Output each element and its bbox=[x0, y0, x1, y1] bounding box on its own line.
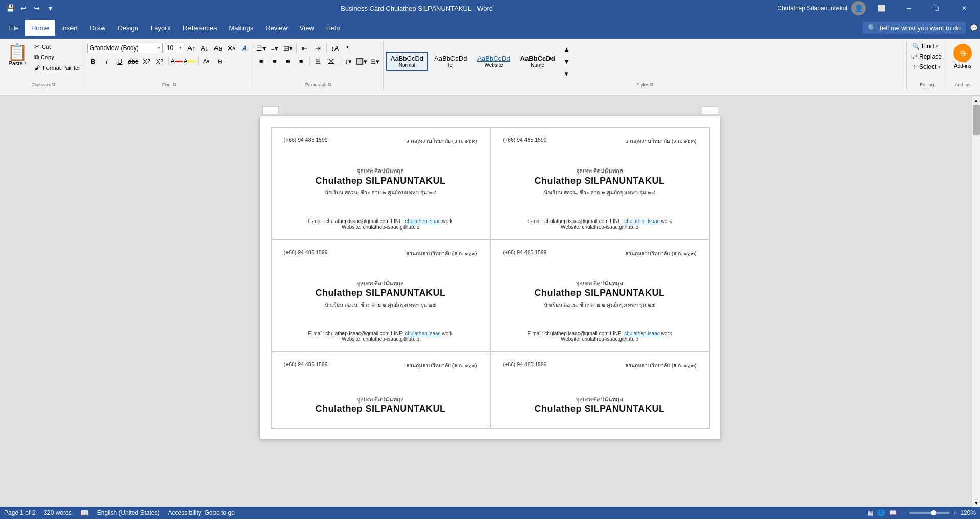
select-button[interactable]: ⊹ Select ▾ bbox=[909, 62, 945, 71]
sort-button[interactable]: ↕A bbox=[329, 42, 341, 54]
zoom-out-button[interactable]: － bbox=[901, 509, 907, 517]
paste-dropdown-arrow[interactable]: ▾ bbox=[24, 61, 27, 66]
zoom-slider[interactable] bbox=[909, 512, 950, 514]
avatar[interactable]: 👤 bbox=[851, 1, 866, 15]
paragraph-expand-icon[interactable]: ⧉ bbox=[328, 82, 331, 87]
customize-button[interactable]: ▾ bbox=[44, 2, 56, 14]
menu-references[interactable]: References bbox=[177, 20, 223, 36]
menu-help[interactable]: Help bbox=[320, 20, 346, 36]
restore-button[interactable]: ◻ bbox=[925, 0, 948, 16]
read-mode-button[interactable]: 📖 bbox=[889, 509, 897, 516]
styles-scroll-up[interactable]: ▲ bbox=[561, 43, 573, 55]
search-box[interactable]: 🔍 Tell me what you want to do bbox=[863, 22, 966, 34]
menu-layout[interactable]: Layout bbox=[145, 20, 177, 36]
text-effects-button[interactable]: A bbox=[238, 42, 251, 54]
scroll-down-button[interactable]: ▼ bbox=[972, 499, 980, 507]
menu-home[interactable]: Home bbox=[25, 20, 55, 36]
columns-button[interactable]: ⊞ bbox=[312, 55, 324, 67]
undo-button[interactable]: ↩ bbox=[17, 2, 30, 14]
zoom-level[interactable]: 120% bbox=[960, 509, 976, 516]
clipboard-expand-icon[interactable]: ⧉ bbox=[52, 82, 55, 87]
borders-button[interactable]: ⊞ bbox=[214, 55, 226, 67]
print-layout-button[interactable]: ▦ bbox=[868, 509, 873, 516]
menu-review[interactable]: Review bbox=[259, 20, 294, 36]
menu-design[interactable]: Design bbox=[112, 20, 145, 36]
change-case-button[interactable]: Aa bbox=[212, 42, 224, 54]
increase-indent-button[interactable]: ⇥ bbox=[312, 42, 324, 54]
card-5-top-row: (+66) 94 485 1599 สวนกุหลาบวิทยาลัย (ส.ก… bbox=[284, 361, 477, 370]
read-mode-icon[interactable]: 📖 bbox=[80, 509, 89, 517]
text-shading-button[interactable]: A▾ bbox=[201, 55, 213, 67]
page-info: Page 1 of 2 bbox=[4, 509, 35, 516]
zoom-in-button[interactable]: ＋ bbox=[952, 509, 958, 517]
card-1-line-link[interactable]: chulathep.isaac bbox=[405, 218, 441, 224]
highlight-color-button[interactable]: A bbox=[184, 55, 196, 67]
multilevel-button[interactable]: ⊞▾ bbox=[282, 42, 294, 54]
increase-font-button[interactable]: A↑ bbox=[185, 42, 198, 54]
style-website[interactable]: AaBbCcDd Website bbox=[472, 52, 514, 70]
language-info[interactable]: English (United States) bbox=[97, 509, 160, 516]
web-layout-button[interactable]: 🌐 bbox=[877, 509, 885, 516]
style-normal[interactable]: AaBbCcDd Normal bbox=[386, 52, 428, 71]
clear-format-button[interactable]: ✕A bbox=[225, 42, 237, 54]
card-4-top-row: (+66) 94 485 1599 สวนกุหลาบวิทยาลัย (ส.ก… bbox=[503, 249, 697, 258]
decrease-font-button[interactable]: A↓ bbox=[199, 42, 211, 54]
menu-insert[interactable]: Insert bbox=[55, 20, 84, 36]
vertical-scrollbar[interactable]: ▲ ▼ bbox=[972, 96, 980, 507]
card-3-line-link[interactable]: chulathep.isaac bbox=[405, 331, 441, 336]
numbering-button[interactable]: ≡▾ bbox=[269, 42, 281, 54]
card-2-contact-line2: Website: chulathep-isaac.github.io bbox=[503, 224, 697, 230]
comments-button[interactable]: 💬 bbox=[970, 24, 978, 32]
paste-button[interactable]: 📋 Paste ▾ bbox=[4, 42, 31, 68]
accessibility-info[interactable]: Accessibility: Good to go bbox=[168, 509, 235, 516]
line-spacing-button[interactable]: ↕▾ bbox=[342, 55, 354, 67]
menu-mailings[interactable]: Mailings bbox=[223, 20, 260, 36]
minimize-button[interactable]: ─ bbox=[897, 0, 921, 16]
scroll-thumb[interactable] bbox=[973, 105, 980, 135]
align-right-button[interactable]: ≡ bbox=[282, 55, 294, 67]
menu-file[interactable]: File bbox=[2, 20, 25, 36]
ribbon-display-button[interactable]: ⬜ bbox=[870, 0, 893, 16]
font-size-box[interactable]: 10 ▾ bbox=[164, 43, 184, 53]
subscript-button[interactable]: X2 bbox=[140, 55, 153, 67]
save-button[interactable]: 💾 bbox=[4, 2, 16, 14]
italic-button[interactable]: I bbox=[101, 55, 113, 67]
redo-button[interactable]: ↪ bbox=[31, 2, 43, 14]
align-left-button[interactable]: ≡ bbox=[255, 55, 268, 67]
format-painter-button[interactable]: 🖌 Format Painter bbox=[32, 63, 83, 72]
addins-button[interactable]: ⊕ Add-ins bbox=[949, 42, 976, 71]
bold-button[interactable]: B bbox=[87, 55, 100, 67]
copy-button[interactable]: ⧉ Copy bbox=[32, 52, 83, 62]
bullets-button[interactable]: ☰▾ bbox=[255, 42, 268, 54]
style-tel[interactable]: AaBbCcDd Tel bbox=[429, 52, 471, 70]
styles-expand-icon[interactable]: ⧉ bbox=[650, 82, 653, 87]
shading-button[interactable]: 🔲▾ bbox=[355, 55, 368, 67]
border-button[interactable]: ⊟▾ bbox=[369, 55, 381, 67]
styles-scroll-down[interactable]: ▼ bbox=[561, 55, 573, 67]
card-4-line-link[interactable]: chulathep.isaac bbox=[624, 331, 660, 336]
find-button[interactable]: 🔍 Find ▾ bbox=[909, 42, 945, 51]
align-center-button[interactable]: ≡ bbox=[269, 55, 281, 67]
strikethrough-button[interactable]: abc bbox=[127, 55, 139, 67]
replace-button[interactable]: ⇄ Replace bbox=[909, 52, 945, 61]
card-2-line-link[interactable]: chulathep.isaac bbox=[624, 218, 660, 224]
font-expand-icon[interactable]: ⧉ bbox=[173, 82, 176, 87]
close-button[interactable]: ✕ bbox=[952, 0, 976, 16]
show-formatting-button[interactable]: ¶ bbox=[342, 42, 354, 54]
scroll-up-button[interactable]: ▲ bbox=[972, 96, 980, 104]
clipboard-content: 📋 Paste ▾ ✂ Cut ⧉ Copy bbox=[4, 42, 83, 81]
justify-button[interactable]: ≡ bbox=[295, 55, 307, 67]
menu-draw[interactable]: Draw bbox=[84, 20, 111, 36]
font-size-dropdown-arrow: ▾ bbox=[179, 45, 182, 51]
page-break-button[interactable]: ⌧ bbox=[325, 55, 338, 67]
cut-button[interactable]: ✂ Cut bbox=[32, 42, 83, 52]
superscript-button[interactable]: X2 bbox=[154, 55, 166, 67]
menu-view[interactable]: View bbox=[294, 20, 320, 36]
underline-button[interactable]: U bbox=[114, 55, 126, 67]
font-color-button[interactable]: A bbox=[171, 55, 183, 67]
style-name[interactable]: AaBbCcDd Name bbox=[516, 52, 560, 70]
styles-more[interactable]: ▾ bbox=[561, 67, 573, 80]
paragraph-section: ☰▾ ≡▾ ⊞▾ ⇤ ⇥ ↕A ¶ ≡ ≡ ≡ ≡ bbox=[255, 42, 381, 67]
font-name-selector[interactable]: Grandview (Body) ▾ bbox=[87, 43, 163, 53]
decrease-indent-button[interactable]: ⇤ bbox=[299, 42, 311, 54]
